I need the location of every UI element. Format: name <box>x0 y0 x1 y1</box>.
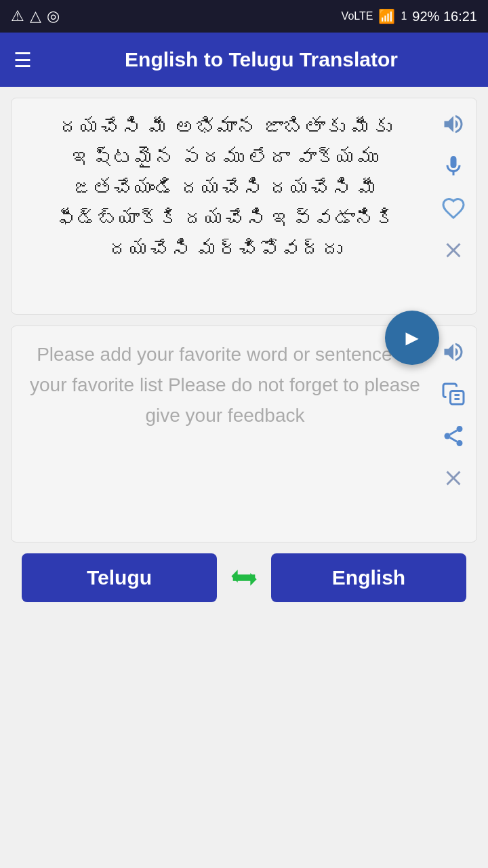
svg-line-6 <box>450 437 457 441</box>
telugu-output-panel[interactable]: దయచేసి మీ అభిమాన జాబితాకు మీకు ఇష్టమైన ప… <box>11 98 477 315</box>
status-left-icons: ⚠ △ ◎ <box>11 7 60 25</box>
app-title: English to Telugu Translator <box>48 48 474 71</box>
bottom-copy-icon[interactable] <box>439 379 468 409</box>
status-icon-3: ◎ <box>47 7 60 25</box>
telugu-text: దయచేసి మీ అభిమాన జాబితాకు మీకు ఇష్టమైన ప… <box>28 112 422 264</box>
status-icon-2: △ <box>30 7 41 25</box>
svg-line-7 <box>450 431 457 435</box>
english-placeholder-text: Please add your favorite word or sentenc… <box>28 340 422 431</box>
top-favorite-icon[interactable] <box>439 193 468 223</box>
status-bar: ⚠ △ ◎ VoLTE 📶 1 92% 16:21 <box>0 0 488 33</box>
app-header: ☰ English to Telugu Translator <box>0 33 488 87</box>
battery-icon: 92% 16:21 <box>412 9 477 24</box>
svg-point-5 <box>457 440 463 446</box>
source-language-button[interactable]: Telugu <box>22 553 217 602</box>
top-mic-icon[interactable] <box>439 151 468 181</box>
translate-arrow-icon: ► <box>401 326 423 351</box>
language-bar: Telugu English <box>11 542 477 613</box>
main-content: దయచేసి మీ అభిమాన జాబితాకు మీకు ఇష్టమైన ప… <box>0 87 488 868</box>
sim-icon: 1 <box>401 10 407 22</box>
hamburger-menu-icon[interactable]: ☰ <box>14 48 32 72</box>
target-language-button[interactable]: English <box>271 553 466 602</box>
svg-rect-0 <box>451 391 464 405</box>
bottom-share-icon[interactable] <box>439 421 468 451</box>
status-icon-1: ⚠ <box>11 7 24 25</box>
swap-languages-button[interactable] <box>217 559 271 597</box>
bottom-panel-icons <box>439 337 468 493</box>
top-speaker-icon[interactable] <box>439 109 468 139</box>
wifi-icon: 📶 <box>378 8 395 24</box>
top-panel-icons <box>439 109 468 265</box>
top-clear-icon[interactable] <box>439 235 468 265</box>
status-right-info: VoLTE 📶 1 92% 16:21 <box>342 8 477 24</box>
translate-button[interactable]: ► <box>385 311 439 365</box>
svg-point-3 <box>457 426 463 432</box>
volte-icon: VoLTE <box>342 10 373 22</box>
bottom-clear-icon[interactable] <box>439 463 468 493</box>
svg-point-4 <box>445 433 451 439</box>
bottom-speaker-icon[interactable] <box>439 337 468 367</box>
